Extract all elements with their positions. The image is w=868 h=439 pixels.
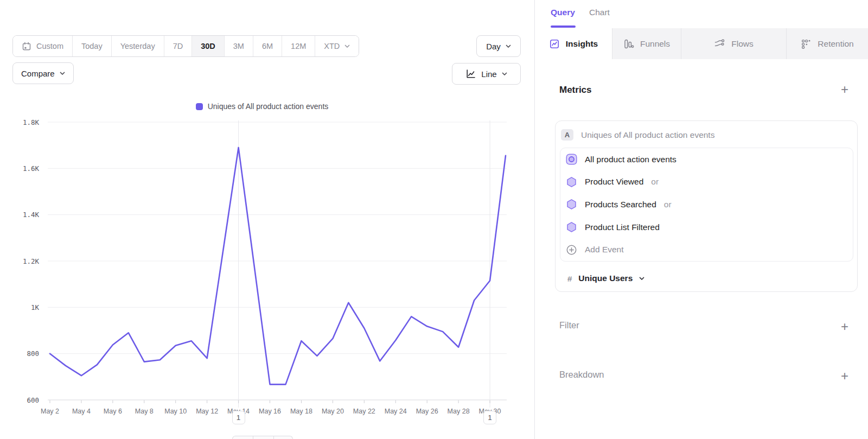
tab-label: Flows: [731, 39, 753, 49]
tab-flows[interactable]: Flows: [681, 28, 787, 59]
retention-icon: [801, 39, 812, 49]
add-event-button[interactable]: Add Event: [560, 238, 853, 261]
x-axis-label: May 24: [385, 408, 407, 415]
x-axis-label: May 26: [416, 408, 438, 415]
add-filter-button[interactable]: +: [841, 320, 848, 333]
x-axis-label: May 18: [290, 408, 312, 415]
annotation-badge[interactable]: 1: [232, 411, 245, 424]
event-row[interactable]: Product Viewedor: [560, 171, 853, 194]
measurement-label: Unique Users: [578, 273, 633, 283]
breakdown-section-title: Breakdown: [559, 370, 604, 380]
y-axis-label: 1.8K: [23, 118, 40, 126]
y-axis-label: 1.4K: [23, 211, 40, 219]
clipped-bottom-control[interactable]: [232, 436, 293, 439]
tab-insights[interactable]: Insights: [535, 28, 612, 59]
tab-chart[interactable]: Chart: [589, 8, 610, 17]
x-axis-label: May 10: [164, 408, 187, 415]
hexagon-icon: [566, 221, 577, 233]
measurement-dropdown[interactable]: # Unique Users: [567, 273, 644, 283]
event-name: All product action events: [585, 155, 676, 164]
event-row[interactable]: Product List Filtered: [560, 216, 853, 239]
x-axis-label: May 12: [196, 408, 218, 415]
tab-label: Insights: [566, 39, 598, 49]
tab-label: Funnels: [640, 39, 670, 49]
metrics-section-title: Metrics: [559, 85, 592, 96]
x-axis-label: May 20: [322, 408, 344, 415]
hexagon-icon: [566, 176, 577, 188]
event-row[interactable]: Products Searchedor: [560, 193, 853, 216]
event-name: Add Event: [585, 245, 624, 255]
series-title: Uniques of All product action events: [581, 130, 714, 140]
report-type-tabs: InsightsFunnelsFlowsRetention: [535, 28, 868, 59]
events-list: All product action eventsProduct Viewedo…: [560, 148, 853, 262]
y-axis-label: 800: [27, 349, 39, 358]
x-axis-label: May 2: [41, 408, 59, 415]
flows-icon: [714, 39, 725, 49]
insights-report-builder: CustomTodayYesterday7D30D3M6M12MXTD Comp…: [0, 0, 868, 439]
tab-retention[interactable]: Retention: [787, 28, 868, 59]
tab-funnels[interactable]: Funnels: [612, 28, 681, 59]
active-tab-underline: [551, 26, 576, 28]
funnels-icon: [623, 39, 634, 49]
tab-query[interactable]: Query: [551, 8, 575, 17]
series-letter-badge: A: [561, 129, 573, 141]
y-axis-label: 1.2K: [23, 257, 40, 265]
chevron-down-icon: [639, 277, 644, 281]
number-sign-icon: #: [567, 274, 572, 283]
add-metric-button[interactable]: +: [841, 83, 848, 96]
add-breakdown-button[interactable]: +: [841, 370, 848, 383]
event-name: Product Viewed: [585, 177, 643, 187]
event-name: Products Searched: [585, 200, 656, 209]
add-circle-icon: [566, 244, 577, 256]
x-axis-label: May 28: [448, 408, 470, 415]
chart-pane: CustomTodayYesterday7D30D3M6M12MXTD Comp…: [0, 0, 534, 439]
query-pane: Query Chart InsightsFunnelsFlowsRetentio…: [534, 0, 868, 439]
x-axis-label: May 6: [104, 408, 122, 415]
line-chart: 6008001K1.2K1.4K1.6K1.8KMay 2May 4May 6M…: [0, 0, 534, 439]
event-name: Product List Filtered: [585, 222, 660, 232]
y-axis-label: 1K: [31, 303, 40, 311]
y-axis-label: 600: [27, 396, 39, 404]
filter-section-title: Filter: [559, 320, 579, 330]
x-axis-label: May 4: [72, 408, 91, 415]
x-axis-label: May 16: [259, 408, 281, 415]
x-axis-label: May 22: [353, 408, 375, 415]
tab-label: Retention: [818, 39, 853, 49]
x-axis-label: May 8: [135, 408, 154, 415]
annotation-badge[interactable]: 1: [483, 411, 496, 424]
metric-card: A Uniques of All product action events A…: [555, 120, 858, 292]
insights-icon: [549, 39, 560, 49]
series-line: [50, 148, 506, 384]
event-group-icon: [566, 154, 577, 165]
hexagon-icon: [566, 199, 577, 210]
metric-header[interactable]: A Uniques of All product action events: [556, 121, 857, 148]
event-row[interactable]: All product action events: [560, 148, 853, 171]
event-operator: or: [651, 177, 659, 187]
y-axis-label: 1.6K: [23, 164, 40, 173]
event-operator: or: [664, 200, 672, 209]
